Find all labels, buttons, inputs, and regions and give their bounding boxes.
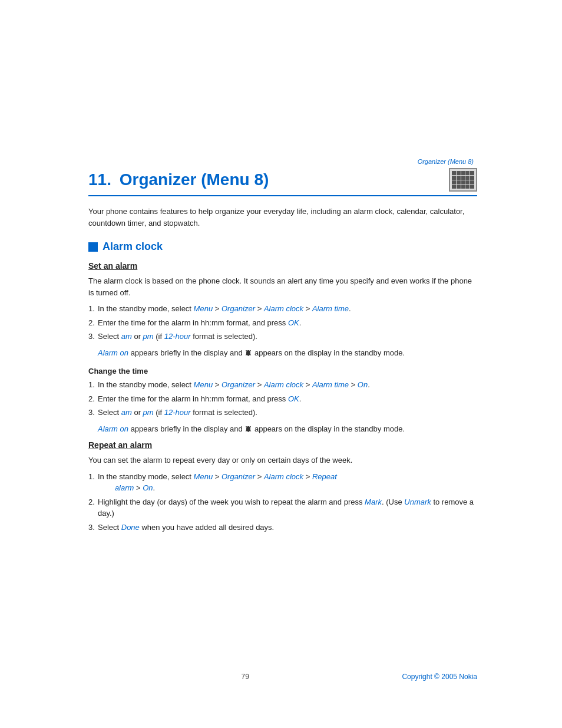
on-link-1: On — [358, 380, 368, 389]
change-time-step-3: 3. Select am or pm (if 12-hour format is… — [88, 407, 477, 419]
chapter-intro: Your phone contains features to help org… — [88, 206, 477, 229]
change-time-steps: 1. In the standby mode, select Menu > Or… — [88, 379, 477, 419]
set-alarm-steps: 1. In the standby mode, select Menu > Or… — [88, 303, 477, 342]
organizer-icon — [449, 168, 477, 192]
am-link-1: am — [121, 332, 132, 341]
change-time-subsection: Change the time 1. In the standby mode, … — [88, 367, 477, 434]
set-alarm-body: The alarm clock is based on the phone cl… — [88, 275, 477, 298]
chapter-title-text: Organizer (Menu 8) — [120, 170, 269, 189]
repeat-alarm-steps: 1. In the standby mode, select Menu > Or… — [88, 471, 477, 533]
alarm-time-link-1: Alarm time — [312, 304, 349, 313]
chapter-title-row: 11. Organizer (Menu 8) — [88, 168, 477, 196]
repeat-alarm-body: You can set the alarm to repeat every da… — [88, 454, 477, 466]
set-alarm-step-1: 1. In the standby mode, select Menu > Or… — [88, 303, 477, 315]
repeat-alarm-heading: Repeat an alarm — [88, 440, 477, 450]
chapter-ref-text: Organizer (Menu 8) — [418, 158, 474, 165]
set-alarm-step-2: 2. Enter the time for the alarm in hh:mm… — [88, 317, 477, 329]
repeat-alarm-step-2: 2. Highlight the day (or days) of the we… — [88, 496, 477, 519]
svg-point-1 — [246, 350, 247, 351]
alarm-clock-link-2: Alarm clock — [264, 380, 303, 389]
12hour-link-2: 12-hour — [164, 408, 191, 417]
pm-link-1: pm — [143, 332, 154, 341]
alarm-time-link-2: Alarm time — [312, 380, 349, 389]
repeat-alarm-step-3: 3. Select Done when you have added all d… — [88, 522, 477, 533]
organizer-link-1: Organizer — [222, 304, 255, 313]
chapter-number: 11. — [88, 170, 111, 189]
page-footer: 79 Copyright © 2005 Nokia — [88, 673, 477, 681]
change-time-step-1: 1. In the standby mode, select Menu > Or… — [88, 379, 477, 391]
svg-rect-0 — [248, 355, 249, 356]
menu-link-1: Menu — [194, 304, 213, 313]
svg-point-4 — [246, 426, 247, 427]
footer-copyright: Copyright © 2005 Nokia — [402, 673, 477, 681]
alarm-clock-section-heading: Alarm clock — [88, 241, 477, 253]
organizer-link-3: Organizer — [222, 472, 255, 481]
content-area: 11. Organizer (Menu 8) Your phone contai… — [88, 168, 477, 538]
mark-link: Mark — [365, 498, 382, 506]
12hour-link-1: 12-hour — [164, 332, 191, 341]
repeat-alarm-subsection: Repeat an alarm You can set the alarm to… — [88, 440, 477, 533]
ok-link-2: OK — [288, 394, 299, 403]
svg-point-5 — [250, 426, 251, 427]
change-time-step-2: 2. Enter the time for the alarm in hh:mm… — [88, 393, 477, 405]
done-link: Done — [121, 523, 140, 532]
repeat-alarm-step-1: 1. In the standby mode, select Menu > Or… — [88, 471, 477, 494]
chapter-title: 11. Organizer (Menu 8) — [88, 170, 269, 189]
on-link-2: On — [143, 483, 153, 492]
section-blue-square — [88, 242, 98, 252]
change-time-heading: Change the time — [88, 367, 477, 375]
ok-link-1: OK — [288, 318, 299, 327]
alarm-bell-icon-2 — [244, 426, 252, 433]
am-link-2: am — [121, 408, 132, 417]
alarm-bell-icon-1 — [244, 350, 252, 357]
menu-link-2: Menu — [194, 380, 213, 389]
set-alarm-step-3: 3. Select am or pm (if 12-hour format is… — [88, 331, 477, 342]
svg-point-2 — [250, 350, 251, 351]
alarm-on-link-1: Alarm on — [98, 348, 128, 357]
set-alarm-subsection: Set an alarm The alarm clock is based on… — [88, 261, 477, 358]
alarm-clock-link-1: Alarm clock — [264, 304, 303, 313]
page-number: 79 — [88, 673, 402, 681]
set-alarm-heading: Set an alarm — [88, 261, 477, 271]
set-alarm-note: Alarm on appears briefly in the display … — [98, 347, 477, 359]
pm-link-2: pm — [143, 408, 154, 417]
chapter-header-ref: Organizer (Menu 8) — [418, 158, 474, 165]
organizer-link-2: Organizer — [222, 380, 255, 389]
alarm-clock-title: Alarm clock — [103, 241, 163, 253]
alarm-on-link-2: Alarm on — [98, 424, 128, 433]
menu-link-3: Menu — [194, 472, 213, 481]
unmark-link: Unmark — [404, 498, 431, 506]
svg-rect-3 — [248, 431, 249, 432]
change-time-note: Alarm on appears briefly in the display … — [98, 423, 477, 435]
page-wrapper: Organizer (Menu 8) 11. Organizer (Menu 8… — [0, 0, 562, 728]
alarm-clock-link-3: Alarm clock — [264, 472, 303, 481]
